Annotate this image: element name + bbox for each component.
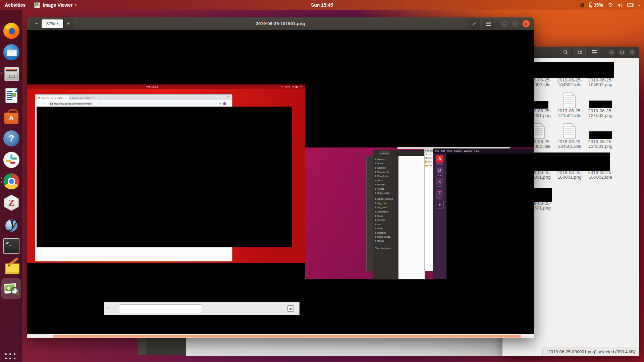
back-app-item[interactable]: Notebo.. [425,156,433,160]
slack-bar [6,160,11,162]
plus-icon: + [67,21,70,27]
place-icon [375,171,376,173]
fm-sidebar-item[interactable]: analysen-d [373,209,398,214]
files-maximize-button[interactable] [618,49,626,56]
back-app-item[interactable]: All N.. [425,160,433,164]
inner-browser-tab[interactable]: M Inbox (?) - my.name@gm.. × [37,96,69,100]
dock-item-zotero[interactable]: Z [3,195,19,211]
background-window-sliver-dark[interactable] [138,338,186,355]
system-tray[interactable]: 35% ▾ [580,2,644,8]
clock[interactable]: Sun 15:45 [0,2,644,8]
viewer-maximize-button[interactable] [512,20,519,27]
vertical-battery-icon [589,2,592,8]
viewer-menu-button[interactable] [483,19,494,28]
battery-indicator[interactable]: 35% [589,2,603,8]
files-minimize-button[interactable]: − [608,49,615,56]
menu-button[interactable] [589,48,600,57]
desktop-wallpaper: − × 2019-06-25-103002.idle 2019-06-25-10… [0,0,644,362]
fm-sidebar-item[interactable]: all_grants [373,205,398,210]
dark-app-menubar[interactable]: File Edit View History Window Help [433,148,534,154]
fm-sidebar-item[interactable]: admin_postdoc [373,197,398,201]
dock-item-thunderbird[interactable] [3,44,19,60]
fm-sidebar-item[interactable]: smart-ta-des.. [373,235,398,239]
zoom-level-dropdown[interactable]: 37% ▾ [41,19,63,28]
fm-sidebar-item[interactable]: Documents [373,170,398,174]
inner-browser-tab[interactable]: ◍ Library Home: Library × [68,96,100,100]
back-icon[interactable]: ‹ [374,152,375,155]
workspace-icon-a[interactable]: A [436,155,443,163]
fm-sidebar-item[interactable]: work [373,227,398,231]
fm-sidebar-item[interactable]: transfer [373,218,398,222]
separator [604,49,604,56]
workspace-icon-d[interactable]: D [436,167,443,174]
place-icon [375,192,376,194]
search-button[interactable] [560,48,571,57]
viewer-close-button[interactable]: × [522,20,530,27]
add-workspace-button[interactable]: + [436,201,444,209]
fm-sidebar-item[interactable]: Dropbox [373,231,398,235]
inner-window-controls[interactable]: ‒ □ × [226,96,230,98]
maximize-icon [621,51,624,54]
forward-icon[interactable]: › [377,152,378,155]
back-app-item[interactable]: Source [425,153,433,156]
show-applications-button[interactable] [5,353,18,362]
dock-item-ubuntu-software[interactable]: A [3,109,19,125]
shortcut-caption: Ctrl+1 [433,163,446,165]
dock-item-files[interactable] [3,66,19,82]
zoom-out-button[interactable]: − [32,19,41,28]
image-viewer-window[interactable]: − 37% ▾ + 2019-06-25-101501.png − × [27,17,534,338]
workspace-icon-t[interactable]: T [436,189,443,197]
terminal-icon: >_ [3,238,19,254]
fm-sidebar-item[interactable]: Videos [373,187,398,191]
back-app-item[interactable]: nsfile.. [425,164,433,167]
fm-sidebar-item[interactable]: Rubbish Bin [373,191,398,195]
view-toggle-button[interactable] [574,48,586,57]
separator [497,20,498,27]
hamburger-icon [592,52,597,53]
fm-sidebar-item[interactable]: Home [373,162,398,166]
dock-item-help[interactable]: ? [3,130,19,146]
workspace-icon-x[interactable]: ✕ [436,178,443,185]
nav-arrows-icon[interactable]: ← → ↻ [37,102,47,105]
fm-sidebar-item[interactable]: BPMN [373,239,398,243]
activities-button[interactable]: Activities [5,2,25,8]
zoom-in-button[interactable]: + [63,19,73,28]
fm-sidebar-item[interactable]: Downloads [373,174,398,178]
fm-sidebar-item[interactable]: Pictures [373,183,398,187]
chevron-down-icon[interactable]: ▾ [638,3,640,7]
viewer-minimize-button[interactable]: − [501,20,508,27]
inner-address-bar[interactable]: https://mail.google.com/mail/u/0/#inbox [48,102,217,106]
dock-item-terminal[interactable]: >_ [3,238,19,254]
avatar[interactable] [223,102,226,105]
file-item[interactable]: 2019-06-25-121502.idle [554,91,585,122]
app-indicator-icon[interactable] [580,2,585,8]
dock-item-image-viewer[interactable] [3,281,19,297]
dock-item-firefox[interactable] [3,23,19,39]
dock-item-chrome[interactable] [3,173,19,189]
fm-sidebar-item[interactable]: Music [373,178,398,183]
dock-item-notes[interactable] [3,259,19,276]
fm-sidebar-item[interactable]: src [373,222,398,227]
app-menu[interactable]: Image Viewer ▾ [34,2,76,8]
fm-sidebar-item[interactable]: Desktop [373,166,398,170]
viewed-image[interactable]: Tue 19:13 ✳ 15% ● ▦ ∨ M Inbox (?) - my.n… [27,30,534,334]
browser-menu-icon[interactable]: ⋮ [228,102,230,105]
home-path-chip[interactable]: ⌂ home [379,151,390,155]
fm-sidebar-item[interactable]: thesis [373,214,398,218]
new-tab-button[interactable]: + [99,96,100,98]
inner-text-input[interactable] [119,304,202,313]
file-item[interactable]: 2019-06-25-134501.idle [554,122,585,153]
fm-sidebar-item[interactable]: Recent [373,157,398,162]
fullscreen-button[interactable] [469,19,480,28]
fm-sidebar-item[interactable]: dfg_confi.. [373,201,398,205]
inner-form-button[interactable]: ▣ [287,305,294,312]
background-window-sliver-light[interactable] [186,338,532,356]
scroll-progress-bar[interactable] [53,335,521,338]
bookmark-star-icon[interactable]: ★ [219,102,221,105]
dock-item-lyx[interactable]: y [3,216,19,232]
dock-item-slack[interactable] [3,152,19,168]
files-close-button[interactable]: × [629,49,636,56]
dock-item-libreoffice-writer[interactable] [3,87,19,103]
fm-sidebar-item[interactable]: Other Locations [373,246,398,250]
folder-icon [375,236,376,238]
